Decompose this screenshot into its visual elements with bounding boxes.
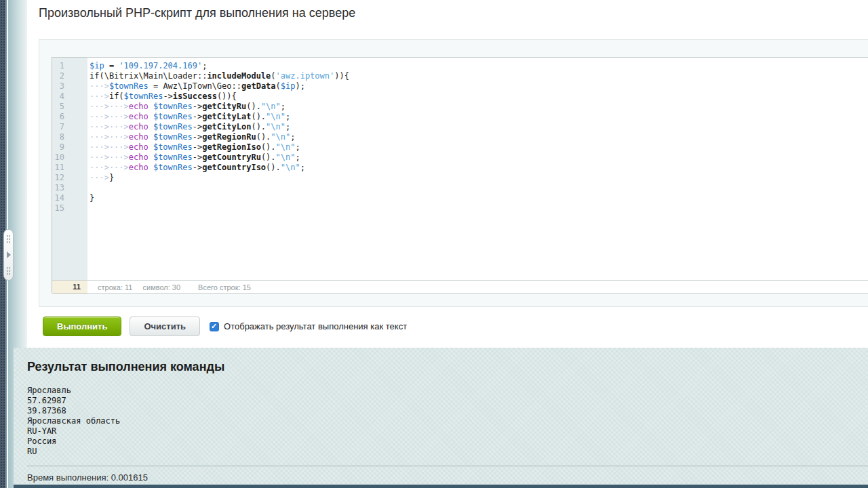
code-token: "\n" bbox=[271, 132, 290, 142]
code-token: if( bbox=[109, 92, 124, 101]
code-line: 5···>···>echo $townRes->getCityRu()."\n"… bbox=[52, 102, 868, 112]
execution-time-label: Время выполнения: bbox=[27, 472, 108, 483]
code-token: ···>···> bbox=[90, 112, 129, 121]
code-line: 8···>···>echo $townRes->getRegionRu()."\… bbox=[52, 132, 868, 142]
footer-bar bbox=[14, 485, 868, 488]
code-token: "\n" bbox=[276, 152, 296, 162]
code-token: ( bbox=[271, 71, 275, 81]
checkbox-checked-icon[interactable] bbox=[210, 322, 219, 331]
code-token: getCountryRu bbox=[202, 152, 261, 162]
code-token: ( bbox=[276, 81, 281, 91]
page-title: Произвольный PHP-скрипт для выполнения н… bbox=[39, 6, 355, 20]
code-text: ···>···>echo $townRes->getRegionRu()."\n… bbox=[87, 132, 295, 142]
code-line: 1$ip = '109.197.204.169'; bbox=[52, 61, 868, 71]
code-token: if(\Bitrix\Main\Loader:: bbox=[90, 71, 207, 81]
code-token: $townRes bbox=[124, 92, 163, 101]
code-token: -> bbox=[163, 92, 172, 101]
line-number: 10 bbox=[52, 152, 87, 163]
code-token: (). bbox=[251, 112, 266, 121]
line-number: 1 bbox=[52, 61, 87, 71]
result-section: Результат выполнения команды Ярославль57… bbox=[14, 348, 868, 485]
page: Произвольный PHP-скрипт для выполнения н… bbox=[0, 0, 868, 488]
code-token: $townRes bbox=[153, 163, 193, 172]
code-token: "\n" bbox=[261, 102, 281, 111]
result-output: Ярославль57.6298739.87368Ярославская обл… bbox=[27, 386, 120, 457]
code-token: ···>···> bbox=[90, 152, 129, 162]
code-token: includeModule bbox=[207, 71, 271, 81]
code-token: -> bbox=[193, 152, 202, 162]
code-token: = Awz\IpTown\Geo:: bbox=[149, 81, 241, 91]
code-token: } bbox=[109, 173, 114, 182]
code-token: = bbox=[104, 61, 119, 70]
code-token: -> bbox=[193, 163, 202, 172]
code-text: $ip = '109.197.204.169'; bbox=[87, 61, 207, 71]
code-token: -> bbox=[193, 132, 202, 142]
code-token: ); bbox=[295, 81, 304, 91]
execution-time: Время выполнения: 0.001615 bbox=[27, 472, 148, 483]
execute-button[interactable]: Выполнить bbox=[43, 317, 121, 336]
code-text: ···>$townRes = Awz\IpTown\Geo::getData($… bbox=[87, 81, 305, 92]
code-token: getCountryIso bbox=[202, 163, 266, 172]
code-token: } bbox=[90, 193, 94, 203]
code-token: $townRes bbox=[153, 122, 193, 131]
code-token: $ip bbox=[281, 81, 296, 91]
line-number: 7 bbox=[52, 122, 87, 132]
code-token: "\n" bbox=[276, 142, 296, 152]
code-token: ; bbox=[300, 163, 305, 172]
code-text: ···>} bbox=[87, 173, 114, 183]
code-token: ; bbox=[290, 132, 295, 142]
code-token: -> bbox=[193, 112, 202, 121]
output-line: RU-YAR bbox=[27, 426, 120, 436]
code-token: echo bbox=[129, 163, 153, 172]
output-line: 39.87368 bbox=[27, 406, 120, 416]
code-text bbox=[87, 183, 90, 193]
show-as-text-checkbox-group[interactable]: Отображать результат выполнения как текс… bbox=[210, 321, 407, 331]
code-token: ···>···> bbox=[90, 122, 129, 131]
code-token: ; bbox=[281, 102, 285, 111]
code-token: getCityLat bbox=[202, 112, 251, 121]
code-input-area[interactable]: 1$ip = '109.197.204.169';2if(\Bitrix\Mai… bbox=[52, 58, 868, 281]
code-token: getCityLon bbox=[202, 122, 251, 131]
code-token: getData bbox=[241, 81, 276, 91]
code-token: )){ bbox=[334, 71, 349, 81]
execution-time-value: 0.001615 bbox=[111, 472, 148, 483]
code-token: ; bbox=[202, 61, 207, 70]
code-token: ; bbox=[295, 142, 300, 152]
code-token: $townRes bbox=[109, 81, 149, 91]
code-token: (). bbox=[246, 102, 261, 111]
line-number: 4 bbox=[52, 92, 87, 102]
status-item: строка: 11 bbox=[98, 283, 132, 291]
code-line: 4···>if($townRes->isSuccess()){ bbox=[52, 92, 868, 102]
code-token: $townRes bbox=[153, 112, 193, 121]
output-line: Ярославская область bbox=[27, 416, 120, 426]
code-token: $ip bbox=[90, 61, 104, 70]
php-editor-panel: 1$ip = '109.197.204.169';2if(\Bitrix\Mai… bbox=[39, 39, 868, 307]
code-line: 3···>$townRes = Awz\IpTown\Geo::getData(… bbox=[52, 81, 868, 92]
code-token: ···>···> bbox=[90, 102, 129, 111]
line-number: 9 bbox=[52, 142, 87, 152]
checkbox-label[interactable]: Отображать результат выполнения как текс… bbox=[224, 321, 407, 331]
grip-dots-icon bbox=[6, 235, 11, 243]
code-text: ···>···>echo $townRes->getRegionIso()."\… bbox=[87, 142, 300, 152]
code-token: $townRes bbox=[153, 132, 193, 142]
line-number: 5 bbox=[52, 102, 87, 112]
code-token: (). bbox=[251, 122, 266, 131]
code-text: ···>···>echo $townRes->getCountryRu()."\… bbox=[87, 152, 300, 163]
code-token: (). bbox=[256, 132, 271, 142]
code-text bbox=[87, 203, 90, 214]
code-line: 9···>···>echo $townRes->getRegionIso()."… bbox=[52, 142, 868, 152]
code-line: 14} bbox=[52, 193, 868, 203]
code-token: isSuccess bbox=[173, 92, 217, 101]
line-number: 14 bbox=[52, 193, 87, 203]
code-token: ···> bbox=[90, 81, 109, 91]
grip-dots-icon bbox=[6, 266, 11, 275]
code-token: -> bbox=[193, 122, 202, 131]
sidebar-collapse-handle[interactable] bbox=[3, 229, 14, 281]
code-token: echo bbox=[129, 102, 153, 111]
code-token: ; bbox=[285, 122, 290, 131]
code-token: "\n" bbox=[266, 112, 285, 121]
code-token: "\n" bbox=[266, 122, 285, 131]
code-line: 10···>···>echo $townRes->getCountryRu().… bbox=[52, 152, 868, 163]
clear-button[interactable]: Очистить bbox=[130, 317, 200, 336]
code-token: ()){ bbox=[217, 92, 237, 101]
